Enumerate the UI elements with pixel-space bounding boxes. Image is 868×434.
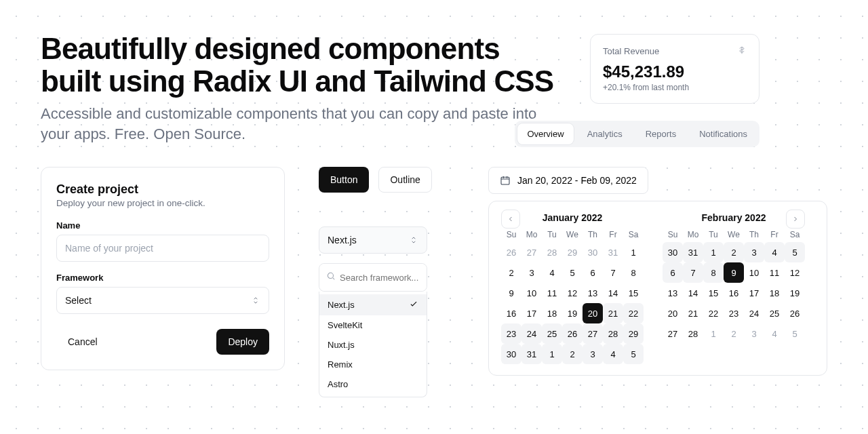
calendar-day[interactable]: 21 — [603, 303, 623, 323]
calendar-day[interactable]: 4 — [764, 242, 785, 262]
calendar-day[interactable]: 10 — [744, 262, 764, 283]
calendar-day[interactable]: 13 — [583, 283, 603, 303]
calendar-day[interactable]: 23 — [501, 323, 521, 344]
calendar-day[interactable]: 13 — [663, 283, 683, 303]
next-month-button[interactable] — [786, 210, 805, 229]
tab-analytics[interactable]: Analytics — [578, 123, 632, 144]
calendar-day[interactable]: 15 — [703, 283, 724, 303]
calendar-day[interactable]: 31 — [683, 242, 703, 262]
calendar-day[interactable]: 22 — [703, 303, 724, 323]
framework-select[interactable]: Select — [56, 287, 269, 314]
calendar-day[interactable]: 14 — [603, 283, 623, 303]
calendar-day[interactable]: 26 — [785, 303, 805, 323]
combobox-option[interactable]: Remix — [319, 355, 427, 374]
calendar-day[interactable]: 14 — [683, 283, 703, 303]
tab-notifications[interactable]: Notifications — [690, 123, 757, 144]
calendar-day[interactable]: 18 — [764, 283, 785, 303]
page-title: Beautifully designed components built us… — [41, 33, 556, 97]
deploy-button[interactable]: Deploy — [216, 329, 269, 355]
calendar-day[interactable]: 4 — [603, 344, 623, 364]
calendar-day[interactable]: 25 — [764, 303, 785, 323]
calendar-day[interactable]: 29 — [623, 323, 644, 344]
page-subtitle: Accessible and customizable components t… — [41, 104, 556, 144]
calendar-day[interactable]: 21 — [683, 303, 703, 323]
combobox-option[interactable]: Next.js — [319, 294, 427, 315]
calendar-day[interactable]: 15 — [623, 283, 644, 303]
combobox-trigger[interactable]: Next.js — [319, 226, 427, 254]
calendar-day[interactable]: 19 — [562, 303, 583, 323]
date-range-value: Jan 20, 2022 - Feb 09, 2022 — [517, 175, 637, 186]
samples-column: Button Outline Next.js Next.jsSvelteKitN… — [319, 167, 454, 397]
calendar-day[interactable]: 1 — [623, 242, 644, 262]
calendar-day[interactable]: 10 — [521, 283, 542, 303]
dow-label: Sa — [785, 230, 805, 239]
calendar-day[interactable]: 22 — [623, 303, 644, 323]
calendar-day[interactable]: 24 — [744, 303, 764, 323]
calendar-day: 5 — [785, 323, 805, 344]
calendar-day[interactable]: 25 — [542, 323, 562, 344]
calendar-day[interactable]: 7 — [683, 262, 703, 283]
combobox-option[interactable]: Nuxt.js — [319, 335, 427, 355]
calendar-day[interactable]: 11 — [764, 262, 785, 283]
revenue-amount: $45,231.89 — [603, 62, 747, 81]
calendar-day[interactable]: 11 — [542, 283, 562, 303]
calendar-day[interactable]: 8 — [703, 262, 724, 283]
calendar-day[interactable]: 27 — [583, 323, 603, 344]
calendar-day[interactable]: 16 — [724, 283, 744, 303]
calendar-day[interactable]: 20 — [663, 303, 683, 323]
calendar-day[interactable]: 31 — [521, 344, 542, 364]
calendar-day[interactable]: 24 — [521, 323, 542, 344]
calendar-day[interactable]: 4 — [542, 262, 562, 283]
date-range-button[interactable]: Jan 20, 2022 - Feb 09, 2022 — [488, 167, 648, 194]
calendar-day[interactable]: 17 — [521, 303, 542, 323]
calendar-day[interactable]: 26 — [562, 323, 583, 344]
calendar-day[interactable]: 28 — [683, 323, 703, 344]
combobox-option[interactable]: Astro — [319, 374, 427, 394]
button-primary[interactable]: Button — [319, 167, 369, 193]
tabs: OverviewAnalyticsReportsNotifications — [515, 121, 760, 147]
calendar-day[interactable]: 3 — [521, 262, 542, 283]
prev-month-button[interactable] — [501, 210, 520, 229]
calendar-day[interactable]: 30 — [501, 344, 521, 364]
button-outline[interactable]: Outline — [378, 167, 431, 193]
calendar-day[interactable]: 9 — [501, 283, 521, 303]
calendar-day[interactable]: 1 — [542, 344, 562, 364]
calendar-day[interactable]: 2 — [562, 344, 583, 364]
calendar-day[interactable]: 1 — [703, 242, 724, 262]
calendar-day[interactable]: 3 — [744, 242, 764, 262]
calendar-day[interactable]: 2 — [501, 262, 521, 283]
calendar-day[interactable]: 16 — [501, 303, 521, 323]
calendar-day[interactable]: 7 — [603, 262, 623, 283]
calendar-day[interactable]: 6 — [583, 262, 603, 283]
calendar-day[interactable]: 23 — [724, 303, 744, 323]
calendar-day[interactable]: 12 — [785, 262, 805, 283]
calendar-day[interactable]: 20 — [583, 303, 603, 323]
check-icon — [409, 299, 418, 311]
calendar-day[interactable]: 5 — [623, 344, 644, 364]
calendar-day[interactable]: 18 — [542, 303, 562, 323]
calendar-day[interactable]: 8 — [623, 262, 644, 283]
calendar-day[interactable]: 30 — [663, 242, 683, 262]
calendar-day[interactable]: 3 — [583, 344, 603, 364]
cancel-button[interactable]: Cancel — [56, 329, 109, 355]
calendar-day[interactable]: 6 — [663, 262, 683, 283]
calendar: January 2022SuMoTuWeThFrSa26272829303112… — [488, 201, 827, 376]
svg-rect-1 — [501, 178, 509, 185]
calendar-day[interactable]: 28 — [603, 323, 623, 344]
calendar-day: 26 — [501, 242, 521, 262]
calendar-day[interactable]: 5 — [562, 262, 583, 283]
calendar-day[interactable]: 9 — [724, 262, 744, 283]
calendar-day[interactable]: 2 — [724, 242, 744, 262]
calendar-day[interactable]: 19 — [785, 283, 805, 303]
calendar-day: 3 — [744, 323, 764, 344]
calendar-day[interactable]: 12 — [562, 283, 583, 303]
calendar-icon — [500, 175, 511, 186]
calendar-day[interactable]: 27 — [663, 323, 683, 344]
project-name-input[interactable] — [56, 235, 269, 262]
search-icon — [326, 271, 336, 283]
calendar-day[interactable]: 5 — [785, 242, 805, 262]
calendar-day[interactable]: 17 — [744, 283, 764, 303]
tab-overview[interactable]: Overview — [517, 123, 573, 144]
combobox-option[interactable]: SvelteKit — [319, 315, 427, 335]
tab-reports[interactable]: Reports — [636, 123, 686, 144]
